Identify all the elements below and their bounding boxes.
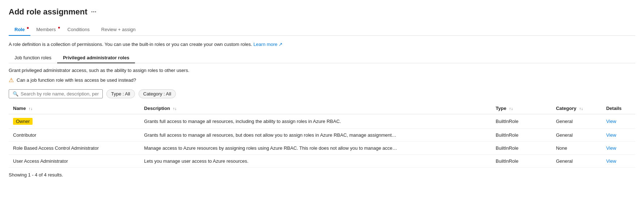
row-rbac-admin-details[interactable]: View <box>602 142 635 155</box>
row-contributor-details[interactable]: View <box>602 129 635 142</box>
row-contributor-description: Grants full access to manage all resourc… <box>140 129 491 142</box>
search-box[interactable]: 🔍 <box>9 89 103 98</box>
table-row: User Access Administrator Lets you manag… <box>9 155 635 168</box>
row-owner-category: General <box>552 114 602 129</box>
tab-members[interactable]: Members <box>30 24 62 36</box>
col-category-sort-icon: ↑↓ <box>579 106 583 111</box>
table-row: Owner Grants full access to manage all r… <box>9 114 635 129</box>
page-title: Add role assignment ··· <box>9 7 635 17</box>
info-text: Grant privileged administrator access, s… <box>9 68 635 73</box>
table-row: Contributor Grants full access to manage… <box>9 129 635 142</box>
type-filter-label: Type : All <box>111 91 130 97</box>
col-desc-sort-icon: ↑↓ <box>173 106 177 111</box>
col-category[interactable]: Category ↑↓ <box>552 103 602 114</box>
warning-text: Can a job function role with less access… <box>17 77 136 83</box>
row-uaa-details[interactable]: View <box>602 155 635 168</box>
warning-icon: ⚠ <box>9 77 14 84</box>
type-filter-button[interactable]: Type : All <box>106 89 135 98</box>
col-details: Details <box>602 103 635 114</box>
more-options-icon[interactable]: ··· <box>91 8 97 16</box>
learn-more-link[interactable]: Learn more ↗ <box>253 42 283 47</box>
contributor-view-link[interactable]: View <box>606 132 616 138</box>
row-rbac-admin-name: Role Based Access Control Administrator <box>9 142 140 155</box>
row-rbac-admin-category: None <box>552 142 602 155</box>
row-owner-type: BuiltInRole <box>491 114 552 129</box>
row-owner-description: Grants full access to manage all resourc… <box>140 114 491 129</box>
uaa-view-link[interactable]: View <box>606 158 616 164</box>
col-name-sort-icon: ↑↓ <box>29 106 33 111</box>
rbac-admin-view-link[interactable]: View <box>606 145 616 151</box>
row-uaa-category: General <box>552 155 602 168</box>
row-contributor-type: BuiltInRole <box>491 129 552 142</box>
tab-conditions-label: Conditions <box>67 27 89 32</box>
roles-table: Name ↑↓ Description ↑↓ Type ↑↓ Category … <box>9 103 635 168</box>
col-name[interactable]: Name ↑↓ <box>9 103 140 114</box>
row-owner-details[interactable]: View <box>602 114 635 129</box>
sub-tab-privileged-admin[interactable]: Privileged administrator roles <box>57 53 135 63</box>
roles-table-container: Name ↑↓ Description ↑↓ Type ↑↓ Category … <box>9 103 635 168</box>
tab-role-label: Role <box>14 27 25 32</box>
search-filter-row: 🔍 Type : All Category : All <box>9 89 635 98</box>
row-uaa-type: BuiltInRole <box>491 155 552 168</box>
category-filter-button[interactable]: Category : All <box>139 89 176 98</box>
tab-review-assign-label: Review + assign <box>101 27 136 32</box>
sub-tab-bar: Job function roles Privileged administra… <box>9 53 635 63</box>
description-body: A role definition is a collection of per… <box>9 42 252 47</box>
footer-text: Showing 1 - 4 of 4 results. <box>9 172 635 178</box>
sub-tab-job-function-label: Job function roles <box>14 55 51 60</box>
row-rbac-admin-description: Manage access to Azure resources by assi… <box>140 142 491 155</box>
tab-bar: Role Members Conditions Review + assign <box>9 24 635 36</box>
row-owner-name: Owner <box>9 114 140 129</box>
sub-tab-privileged-admin-label: Privileged administrator roles <box>63 55 130 60</box>
tab-conditions[interactable]: Conditions <box>62 24 95 36</box>
row-rbac-admin-type: BuiltInRole <box>491 142 552 155</box>
row-uaa-name: User Access Administrator <box>9 155 140 168</box>
row-contributor-name: Contributor <box>9 129 140 142</box>
owner-badge: Owner <box>13 118 33 125</box>
warning-row: ⚠ Can a job function role with less acce… <box>9 77 635 84</box>
col-type[interactable]: Type ↑↓ <box>491 103 552 114</box>
tab-role[interactable]: Role <box>9 24 30 36</box>
table-row: Role Based Access Control Administrator … <box>9 142 635 155</box>
tab-members-label: Members <box>36 27 56 32</box>
title-text: Add role assignment <box>9 7 88 17</box>
col-type-sort-icon: ↑↓ <box>509 106 513 111</box>
sub-tab-job-function[interactable]: Job function roles <box>9 53 57 63</box>
description-text: A role definition is a collection of per… <box>9 42 635 47</box>
category-filter-label: Category : All <box>143 91 171 97</box>
col-description[interactable]: Description ↑↓ <box>140 103 491 114</box>
search-input[interactable] <box>21 91 99 97</box>
tab-review-assign[interactable]: Review + assign <box>96 24 141 36</box>
owner-view-link[interactable]: View <box>606 119 616 124</box>
search-icon: 🔍 <box>13 91 18 97</box>
row-uaa-description: Lets you manage user access to Azure res… <box>140 155 491 168</box>
row-contributor-category: General <box>552 129 602 142</box>
